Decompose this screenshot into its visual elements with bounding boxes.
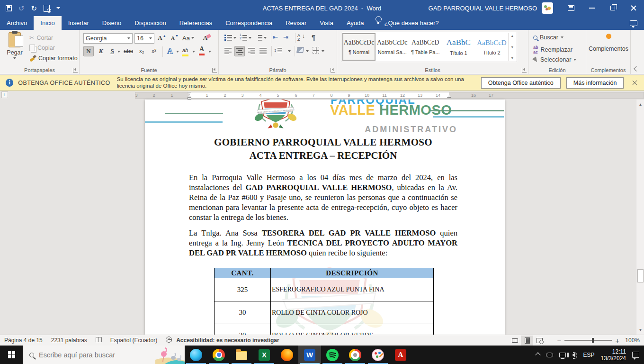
superscript-button[interactable]: x² [149, 46, 159, 56]
zoom-out-icon[interactable]: − [557, 337, 561, 344]
taskbar-search[interactable] [23, 346, 185, 364]
style-titulo-2[interactable]: AaBbCcDTítulo 2 [475, 33, 508, 61]
change-case-button[interactable]: Aa [182, 33, 194, 43]
italic-button[interactable]: K [96, 46, 106, 56]
justify-icon[interactable] [259, 48, 267, 54]
collapse-ribbon-icon[interactable] [634, 66, 639, 71]
tab-diseno[interactable]: Diseño [96, 16, 128, 30]
language-tray[interactable]: ESP [583, 352, 595, 358]
zoom-slider[interactable] [564, 340, 612, 341]
paste-button[interactable]: Pegar [4, 32, 26, 65]
sort-icon[interactable]: AZ↓ [297, 34, 300, 41]
get-genuine-office-button[interactable]: Obtenga Office auténtico [481, 77, 561, 89]
scrollbar-thumb[interactable] [637, 269, 644, 282]
borders-icon[interactable] [313, 47, 319, 54]
replace-button[interactable]: abacReemplazar [533, 45, 572, 55]
text-effects-dropdown-icon[interactable] [176, 51, 179, 53]
feedback-button[interactable] [630, 16, 637, 30]
tab-insertar[interactable]: Insertar [62, 16, 96, 30]
multilevel-list-icon[interactable] [255, 35, 262, 41]
tab-correspondencia[interactable]: Correspondencia [219, 16, 279, 30]
clear-formatting-button[interactable]: A [202, 33, 212, 43]
vertical-scrollbar[interactable]: ▲ ▼ [636, 100, 644, 335]
tab-disposicion[interactable]: Disposición [128, 16, 172, 30]
text-effects-button[interactable]: A [165, 46, 175, 56]
onedrive-icon[interactable] [546, 353, 553, 357]
styles-scroll-up-icon[interactable]: ▲ [510, 34, 514, 37]
print-layout-button[interactable] [521, 336, 533, 346]
clock[interactable]: 12:11 13/3/2024 [601, 348, 626, 362]
show-marks-icon[interactable]: ¶ [312, 33, 315, 41]
taskbar-excel[interactable]: X [253, 346, 276, 364]
minimize-button[interactable] [581, 0, 602, 16]
taskbar-chrome-profile[interactable] [344, 346, 367, 364]
copy-button[interactable]: Copiar [29, 45, 55, 51]
scroll-up-icon[interactable]: ▲ [637, 100, 644, 108]
avatar[interactable] [542, 2, 553, 14]
account-name[interactable]: GAD PARROQUIAL VALLE HERMOSO [429, 5, 537, 12]
clipboard-dialog-launcher[interactable] [73, 68, 78, 73]
numbered-list-icon[interactable]: 12 [240, 35, 247, 41]
taskbar-word[interactable]: W [298, 346, 321, 364]
styles-dialog-launcher[interactable] [522, 68, 527, 73]
restore-button[interactable] [602, 0, 623, 16]
page-indicator[interactable]: Página 4 de 15 [0, 337, 47, 344]
web-layout-button[interactable] [533, 336, 546, 346]
styles-gallery-more-icon[interactable]: ▼̲ [510, 56, 514, 60]
bold-button[interactable]: N [83, 46, 94, 56]
paste-dropdown-icon[interactable] [13, 57, 16, 59]
network-icon[interactable] [559, 353, 566, 357]
format-painter-button[interactable]: Copiar formato [29, 55, 78, 62]
tab-archivo[interactable]: Archivo [0, 16, 34, 30]
align-left-icon[interactable] [224, 48, 232, 54]
search-input[interactable] [39, 351, 134, 359]
align-right-icon[interactable] [248, 48, 255, 54]
paragraph-dialog-launcher[interactable] [331, 68, 335, 73]
tab-revisar[interactable]: Revisar [279, 16, 313, 30]
font-color-button[interactable]: A [199, 45, 205, 55]
bullet-list-dropdown-icon[interactable] [233, 37, 236, 39]
highlight-button[interactable]: ab [182, 46, 188, 56]
undo-icon[interactable]: ↺ [18, 5, 25, 12]
increase-indent-icon[interactable]: ⇥ [283, 34, 288, 41]
accessibility-status[interactable]: Accesibilidad: es necesario investigar [176, 337, 283, 344]
line-spacing-dropdown-icon[interactable] [288, 50, 291, 52]
print-preview-icon[interactable] [44, 5, 50, 12]
underline-dropdown-icon[interactable] [117, 51, 120, 53]
grow-font-button[interactable]: A▲ [157, 33, 167, 43]
zoom-level[interactable]: 100% [619, 337, 644, 344]
style-normal[interactable]: AaBbCcDc¶ Normal [342, 33, 376, 61]
font-size-combo[interactable]: 16 [134, 33, 154, 44]
tell-me-box[interactable]: ¿Qué desea hacer? [385, 16, 439, 30]
volume-icon[interactable] [572, 353, 575, 357]
cut-button[interactable]: ✂Cortar [29, 34, 53, 41]
strikethrough-button[interactable]: abc [123, 46, 134, 56]
tab-vista[interactable]: Vista [313, 16, 340, 30]
taskbar-chrome[interactable] [207, 346, 230, 364]
style-normal-sa[interactable]: AaBbCcDcNormal Sa... [376, 33, 409, 61]
find-button[interactable]: Buscar [533, 34, 564, 41]
underline-button[interactable]: S [107, 46, 117, 56]
action-center-icon[interactable] [632, 352, 639, 358]
align-center-button[interactable] [234, 46, 245, 56]
customize-qat-icon[interactable] [56, 7, 60, 9]
highlight-dropdown-icon[interactable] [192, 51, 195, 53]
taskbar-acrobat[interactable]: A [389, 346, 412, 364]
tab-referencias[interactable]: Referencias [173, 16, 219, 30]
document-page[interactable]: VALLE HERMOSO TURISTICO Y PRODUCTIVO PAR… [145, 100, 505, 335]
start-button[interactable] [0, 346, 23, 364]
warning-close-icon[interactable] [632, 80, 637, 85]
close-button[interactable] [623, 0, 644, 16]
taskbar-paint[interactable] [367, 346, 389, 364]
styles-scroll-down-icon[interactable]: ▼ [510, 46, 514, 49]
zoom-in-icon[interactable]: + [615, 337, 619, 344]
taskbar-edge[interactable] [185, 346, 207, 364]
bullet-list-icon[interactable] [224, 35, 232, 41]
style-titulo-1[interactable]: AaBbCTítulo 1 [442, 33, 475, 61]
tab-stop-selector[interactable]: L [1, 91, 8, 98]
tab-inicio[interactable]: Inicio [34, 16, 61, 30]
ribbon-display-options-button[interactable] [561, 0, 581, 16]
tray-expand-icon[interactable] [536, 353, 540, 357]
taskbar-firefox[interactable] [276, 346, 298, 364]
redo-icon[interactable]: ↻ [31, 5, 37, 12]
